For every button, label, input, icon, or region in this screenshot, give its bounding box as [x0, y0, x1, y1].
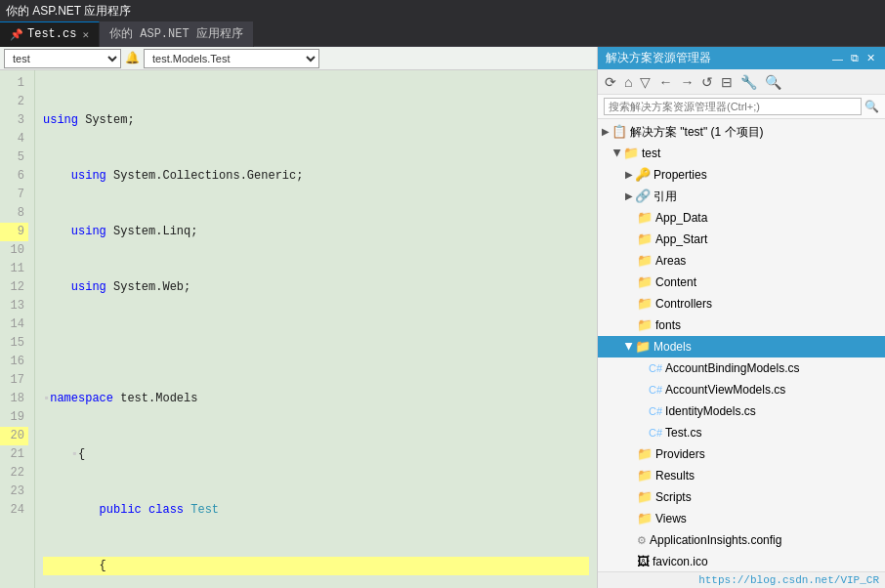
controllers-label: Controllers: [655, 294, 712, 314]
tree-controllers[interactable]: 📁 Controllers: [598, 293, 885, 315]
main-layout: test 🔔 test.Models.Test 1234 5678 910 11…: [0, 47, 885, 588]
tab-close-button[interactable]: ✕: [82, 28, 89, 41]
se-search-button[interactable]: 🔍: [762, 74, 784, 90]
tab-bar: 📌 Test.cs ✕ 你的 ASP.NET 应用程序: [0, 21, 885, 47]
properties-label: Properties: [653, 165, 707, 185]
tab-pin-icon: 📌: [10, 28, 23, 41]
code-line: using System.Collections.Generic;: [43, 167, 589, 186]
favicon-label: favicon.ico: [653, 552, 708, 571]
code-content[interactable]: 1234 5678 910 11121314 15161718 1920 212…: [0, 70, 597, 588]
code-line: ▪namespace test.Models: [43, 390, 589, 408]
tree-appinsights[interactable]: ⚙ ApplicationInsights.config: [598, 529, 885, 551]
watermark-text: https://blog.csdn.net/VIP_CR: [698, 574, 879, 586]
se-sync-button[interactable]: ⟳: [602, 74, 619, 90]
member-selector[interactable]: test.Models.Test: [144, 49, 319, 68]
scripts-icon: 📁: [637, 487, 653, 507]
se-nav-back-button[interactable]: ←: [655, 74, 675, 90]
models-label: Models: [653, 337, 692, 357]
app-data-label: App_Data: [655, 208, 707, 228]
account-view-icon: C#: [649, 380, 662, 399]
tab-label: Test.cs: [27, 27, 76, 41]
se-title: 解决方案资源管理器: [606, 50, 711, 66]
account-binding-label: AccountBindingModels.cs: [665, 358, 799, 378]
se-search-bar: 🔍: [598, 95, 885, 119]
tree-account-view[interactable]: C# AccountViewModels.cs: [598, 379, 885, 400]
results-label: Results: [655, 466, 695, 485]
models-arrow-icon: ▶: [619, 343, 639, 351]
se-minimize-button[interactable]: —: [830, 52, 845, 64]
se-float-button[interactable]: ⧉: [849, 52, 861, 64]
code-editor[interactable]: using System; using System.Collections.G…: [35, 70, 597, 588]
tree-identity[interactable]: C# IdentityModels.cs: [598, 400, 885, 422]
line-numbers: 1234 5678 910 11121314 15161718 1920 212…: [0, 70, 35, 588]
identity-label: IdentityModels.cs: [665, 401, 756, 421]
tree-app-start[interactable]: 📁 App_Start: [598, 229, 885, 250]
file-selector[interactable]: test: [4, 49, 121, 68]
top-bar: 你的 ASP.NET 应用程序: [0, 0, 885, 21]
tree-content[interactable]: 📁 Content: [598, 272, 885, 293]
selector-icon: 🔔: [125, 51, 140, 65]
tree-models[interactable]: ▶ 📁 Models: [598, 336, 885, 357]
se-filter-button[interactable]: ▽: [637, 74, 653, 90]
code-line: public class Test: [43, 501, 589, 520]
app-title: 你的 ASP.NET 应用程序: [6, 3, 131, 20]
se-search-input[interactable]: [604, 98, 862, 115]
se-close-button[interactable]: ✕: [864, 52, 877, 64]
views-label: Views: [655, 509, 687, 528]
properties-arrow-icon: ▶: [625, 165, 633, 185]
tree-scripts[interactable]: 📁 Scripts: [598, 486, 885, 508]
account-view-label: AccountViewModels.cs: [665, 380, 785, 399]
se-header-buttons: — ⧉ ✕: [830, 52, 877, 64]
tree-providers[interactable]: 📁 Providers: [598, 443, 885, 465]
tree-solution[interactable]: ▶ 📋 解决方案 "test" (1 个项目): [598, 121, 885, 143]
tab-app[interactable]: 你的 ASP.NET 应用程序: [100, 21, 254, 47]
tab-test-cs[interactable]: 📌 Test.cs ✕: [0, 21, 100, 47]
identity-icon: C#: [649, 401, 662, 421]
project-arrow-icon: ▶: [608, 149, 627, 157]
tree-test-cs[interactable]: C# Test.cs: [598, 422, 885, 443]
account-binding-icon: C#: [649, 358, 662, 378]
controllers-icon: 📁: [637, 294, 653, 314]
se-collapse-button[interactable]: ⊟: [718, 74, 736, 90]
se-props-button[interactable]: 🔧: [738, 74, 760, 90]
solution-explorer: 解决方案资源管理器 — ⧉ ✕ ⟳ ⌂ ▽ ← → ↺ ⊟ 🔧 🔍 🔍: [597, 47, 885, 588]
tree-results[interactable]: 📁 Results: [598, 465, 885, 486]
se-toolbar: ⟳ ⌂ ▽ ← → ↺ ⊟ 🔧 🔍: [598, 69, 885, 95]
tree-account-binding[interactable]: C# AccountBindingModels.cs: [598, 357, 885, 379]
code-line: ▪{: [43, 445, 589, 464]
areas-icon: 📁: [637, 251, 653, 271]
code-line: using System.Linq;: [43, 223, 589, 241]
app-data-icon: 📁: [637, 208, 653, 228]
code-line: [43, 334, 589, 353]
code-line: using System.Web;: [43, 278, 589, 297]
solution-icon: 📋: [611, 122, 627, 142]
se-nav-fwd-button[interactable]: →: [677, 74, 696, 90]
code-toolbar: test 🔔 test.Models.Test: [0, 47, 597, 70]
tree-references[interactable]: ▶ 🔗 引用: [598, 186, 885, 207]
content-icon: 📁: [637, 273, 653, 292]
se-tree[interactable]: ▶ 📋 解决方案 "test" (1 个项目) ▶ 📁 test ▶ 🔑 Pro…: [598, 119, 885, 571]
tree-views[interactable]: 📁 Views: [598, 508, 885, 529]
scripts-label: Scripts: [655, 487, 692, 507]
code-line: using System;: [43, 111, 589, 130]
properties-folder-icon: 🔑: [635, 165, 651, 185]
providers-label: Providers: [655, 444, 705, 464]
se-search-icon[interactable]: 🔍: [864, 100, 879, 114]
tree-properties[interactable]: ▶ 🔑 Properties: [598, 164, 885, 186]
app-start-icon: 📁: [637, 230, 653, 249]
tree-fonts[interactable]: 📁 fonts: [598, 315, 885, 336]
tree-project-test[interactable]: ▶ 📁 test: [598, 143, 885, 164]
appinsights-label: ApplicationInsights.config: [650, 530, 781, 550]
tree-app-data[interactable]: 📁 App_Data: [598, 207, 885, 229]
project-label: test: [642, 144, 660, 163]
se-header: 解决方案资源管理器 — ⧉ ✕: [598, 47, 885, 69]
watermark: https://blog.csdn.net/VIP_CR: [598, 571, 885, 588]
tree-areas[interactable]: 📁 Areas: [598, 250, 885, 272]
se-refresh-button[interactable]: ↺: [698, 74, 716, 90]
areas-label: Areas: [655, 251, 686, 271]
tree-favicon[interactable]: 🖼 favicon.ico: [598, 551, 885, 571]
se-home-button[interactable]: ⌂: [621, 74, 635, 90]
content-label: Content: [655, 273, 696, 292]
results-icon: 📁: [637, 466, 653, 485]
app-start-label: App_Start: [655, 230, 707, 249]
